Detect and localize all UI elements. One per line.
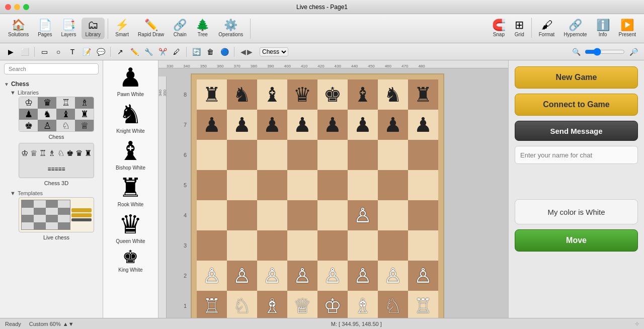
square-c3[interactable] bbox=[257, 230, 287, 261]
pen-tool[interactable]: 🖊 bbox=[170, 45, 183, 58]
square-a7[interactable]: ♟ bbox=[197, 110, 227, 140]
square-c4[interactable] bbox=[257, 200, 287, 230]
square-c6[interactable] bbox=[257, 140, 287, 170]
square-h3[interactable] bbox=[408, 230, 438, 261]
pencil-tool[interactable]: ✏️ bbox=[128, 45, 141, 58]
square-f3[interactable] bbox=[348, 230, 378, 261]
square-b4[interactable] bbox=[227, 200, 257, 230]
knight-white-item[interactable]: ♞ Knight White bbox=[116, 101, 145, 134]
square-g2[interactable]: ♙ bbox=[378, 261, 408, 291]
zoom-out-button[interactable]: 🔍 bbox=[570, 45, 583, 58]
new-game-button[interactable]: New Game bbox=[515, 66, 638, 89]
zoom-in-button[interactable]: 🔎 bbox=[627, 45, 640, 58]
queen-white-item[interactable]: ♛ Queen White bbox=[116, 211, 145, 244]
chat-input[interactable] bbox=[515, 146, 638, 164]
square-a8[interactable]: ♜ bbox=[197, 79, 227, 110]
square-h7[interactable]: ♟ bbox=[408, 110, 438, 140]
square-b8[interactable]: ♞ bbox=[227, 79, 257, 110]
square-e6[interactable] bbox=[317, 140, 348, 170]
square-h1[interactable]: ♖ bbox=[408, 291, 438, 321]
present-button[interactable]: ▶️ Present bbox=[615, 18, 640, 39]
square-c5[interactable] bbox=[257, 170, 287, 200]
livechess-template-item[interactable]: Live chess bbox=[4, 197, 99, 240]
square-e4[interactable] bbox=[317, 200, 348, 230]
send-message-button[interactable]: Send Message bbox=[515, 121, 638, 141]
square-a3[interactable] bbox=[197, 230, 227, 261]
forward-arrow[interactable]: ▶ bbox=[247, 48, 253, 56]
libraries-subsection[interactable]: ▼ Libraries bbox=[4, 89, 99, 97]
square-h6[interactable] bbox=[408, 140, 438, 170]
square-a1[interactable]: ♖ bbox=[197, 291, 227, 321]
tree-button[interactable]: 🌲 Tree bbox=[192, 18, 213, 39]
square-h2[interactable]: ♙ bbox=[408, 261, 438, 291]
square-f2[interactable]: ♙ bbox=[348, 261, 378, 291]
zoom-dropdown-icon[interactable]: ▲▼ bbox=[63, 321, 74, 327]
chain-button[interactable]: 🔗 Chain bbox=[169, 18, 191, 39]
square-a2[interactable]: ♙ bbox=[197, 261, 227, 291]
square-b7[interactable]: ♟ bbox=[227, 110, 257, 140]
square-b2[interactable]: ♙ bbox=[227, 261, 257, 291]
grid-button[interactable]: ⊞ Grid bbox=[511, 18, 528, 39]
snap-button[interactable]: 🧲 Snap bbox=[488, 18, 510, 39]
square-e8[interactable]: ♚ bbox=[317, 79, 348, 110]
templates-subsection[interactable]: ▼ Templates bbox=[4, 189, 99, 197]
square-d8[interactable]: ♛ bbox=[287, 79, 317, 110]
square-d2[interactable]: ♙ bbox=[287, 261, 317, 291]
library-button[interactable]: 🗂 Library bbox=[82, 18, 105, 39]
square-c1[interactable]: ♗ bbox=[257, 291, 287, 321]
square-d3[interactable] bbox=[287, 230, 317, 261]
fill-tool[interactable]: 🔵 bbox=[218, 45, 231, 58]
pawn-white-item[interactable]: ♟ Pawn White bbox=[117, 64, 144, 97]
close-button[interactable] bbox=[5, 4, 11, 10]
square-e1[interactable]: ♔ bbox=[317, 291, 348, 321]
search-input[interactable] bbox=[4, 63, 99, 74]
square-d6[interactable] bbox=[287, 140, 317, 170]
square-a6[interactable] bbox=[197, 140, 227, 170]
square-e5[interactable] bbox=[317, 170, 348, 200]
chess-library-item[interactable]: ♔ ♛ ♖ ♗ ♟ ♞ ♝ ♜ ♚ ♙ ♘ ♕ Chess bbox=[4, 97, 99, 140]
chess-board[interactable]: ♜ ♞ ♝ ♛ ♚ ♝ ♞ ♜ ♟ ♟ bbox=[197, 79, 438, 321]
square-e3[interactable] bbox=[317, 230, 348, 261]
maximize-button[interactable] bbox=[23, 4, 29, 10]
hypernote-button[interactable]: 🔗 Hypernote bbox=[559, 18, 591, 39]
bishop-white-item[interactable]: ♝ Bishop White bbox=[116, 138, 145, 171]
connect-game-button[interactable]: Connect to Game bbox=[515, 94, 638, 116]
square-g4[interactable] bbox=[378, 200, 408, 230]
solutions-button[interactable]: 🏠 Solutions bbox=[4, 18, 33, 39]
square-b3[interactable] bbox=[227, 230, 257, 261]
richtext-tool[interactable]: 📝 bbox=[80, 45, 93, 58]
info-button[interactable]: ℹ️ Info bbox=[592, 18, 614, 39]
delete-tool[interactable]: 🗑 bbox=[204, 45, 217, 58]
square-c7[interactable]: ♟ bbox=[257, 110, 287, 140]
square-f1[interactable]: ♗ bbox=[348, 291, 378, 321]
square-d4[interactable] bbox=[287, 200, 317, 230]
rotate-tool[interactable]: 🔄 bbox=[190, 45, 203, 58]
king-white-item[interactable]: ♚ King White bbox=[118, 248, 142, 273]
square-c2[interactable]: ♙ bbox=[257, 261, 287, 291]
square-b5[interactable] bbox=[227, 170, 257, 200]
square-h5[interactable] bbox=[408, 170, 438, 200]
square-d5[interactable] bbox=[287, 170, 317, 200]
square-d1[interactable]: ♕ bbox=[287, 291, 317, 321]
breadcrumb-select[interactable]: Chess bbox=[260, 47, 288, 56]
zoom-slider[interactable] bbox=[585, 48, 625, 56]
pointer-tool[interactable]: ▶ bbox=[4, 45, 17, 58]
square-a5[interactable] bbox=[197, 170, 227, 200]
square-e7[interactable]: ♟ bbox=[317, 110, 348, 140]
square-g3[interactable] bbox=[378, 230, 408, 261]
square-f4[interactable]: ♙ bbox=[348, 200, 378, 230]
rapid-draw-button[interactable]: ✏️ Rapid Draw bbox=[134, 18, 168, 39]
operations-button[interactable]: ⚙️ Operations bbox=[214, 18, 247, 39]
format-button[interactable]: 🖌 Format bbox=[535, 18, 559, 39]
chess3d-library-item[interactable]: ♔♕♖♗ ♘♚♛♜ ≡≡≡≡≡ Chess 3D bbox=[4, 143, 99, 186]
square-h8[interactable]: ♜ bbox=[408, 79, 438, 110]
square-g8[interactable]: ♞ bbox=[378, 79, 408, 110]
text-tool[interactable]: T bbox=[66, 45, 79, 58]
back-arrow[interactable]: ◀ bbox=[240, 48, 246, 56]
scissors-tool[interactable]: ✂️ bbox=[156, 45, 169, 58]
square-f5[interactable] bbox=[348, 170, 378, 200]
square-c8[interactable]: ♝ bbox=[257, 79, 287, 110]
square-g5[interactable] bbox=[378, 170, 408, 200]
move-button[interactable]: Move bbox=[515, 229, 638, 252]
chess-section-header[interactable]: ▼ Chess bbox=[4, 79, 99, 89]
